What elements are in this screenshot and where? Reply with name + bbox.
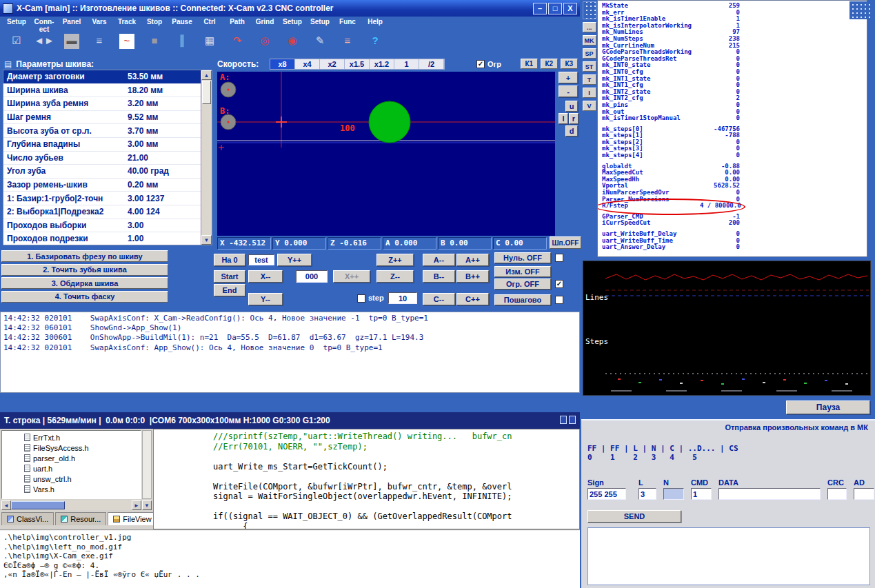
maximize-button[interactable]: □ bbox=[548, 3, 562, 14]
pan-right-button[interactable]: r bbox=[569, 113, 579, 124]
toolbar-button[interactable]: Func ≡ bbox=[334, 18, 361, 56]
start-button[interactable]: Start bbox=[214, 270, 245, 283]
pan-up-button[interactable]: u bbox=[565, 101, 578, 112]
toolbar-button[interactable]: Path ↷ bbox=[223, 18, 251, 56]
speed-limit-checkbox[interactable]: ✓ bbox=[476, 60, 485, 68]
operation-button[interactable]: 4. Точить фаску bbox=[1, 291, 168, 303]
debug-strip-button[interactable]: ... bbox=[583, 22, 596, 32]
end-button[interactable]: End bbox=[214, 284, 245, 296]
zoom-out-button[interactable]: - bbox=[559, 85, 578, 97]
pan-down-button[interactable]: d bbox=[565, 125, 578, 136]
file-tree-item[interactable]: unsw_ctrl.h bbox=[2, 474, 141, 484]
b-minus-button[interactable]: B-- bbox=[423, 270, 455, 283]
toolbar-button[interactable]: Setup ✎ bbox=[306, 18, 334, 56]
speed-option[interactable]: 1 bbox=[394, 59, 419, 69]
operation-button[interactable]: 3. Обдирка шкива bbox=[1, 277, 168, 289]
x-minus-button[interactable]: X-- bbox=[248, 270, 283, 283]
step-checkbox[interactable] bbox=[357, 294, 365, 303]
machining-canvas[interactable]: A: B: 100 bbox=[217, 72, 555, 236]
z-minus-button[interactable]: Z-- bbox=[376, 270, 414, 283]
field-input[interactable]: 3 bbox=[638, 488, 656, 500]
field-input[interactable]: 1 bbox=[691, 488, 712, 500]
param-row[interactable]: Проходов подрезки 1.00 bbox=[3, 232, 202, 245]
operation-button[interactable]: 2. Точить зубья шкива bbox=[1, 264, 168, 276]
param-row[interactable]: Шаг ремня 9.52 мм bbox=[3, 111, 202, 125]
ide-tab[interactable]: ClassVi... bbox=[1, 512, 54, 525]
field-input[interactable] bbox=[663, 488, 684, 500]
toolbar-button[interactable]: Stop ■ bbox=[141, 18, 168, 56]
toolbar-button[interactable]: Help ? bbox=[361, 18, 389, 56]
tree-vertical-scrollbar[interactable] bbox=[142, 430, 152, 499]
scroll-down-icon[interactable]: ▼ bbox=[201, 235, 212, 245]
field-input[interactable] bbox=[827, 488, 847, 500]
b-plus-button[interactable]: B++ bbox=[456, 270, 489, 283]
tree-scroll-down-icon[interactable]: ▼ bbox=[142, 500, 152, 510]
a-minus-button[interactable]: A-- bbox=[423, 254, 455, 266]
spindle-status-button[interactable]: Шп.OFF bbox=[550, 236, 581, 249]
toolbar-button[interactable]: Ctrl ▦ bbox=[196, 18, 223, 56]
file-tree-item[interactable]: uart.h bbox=[2, 463, 141, 474]
z-plus-button[interactable]: Z++ bbox=[376, 254, 414, 266]
zoom-in-button[interactable]: + bbox=[559, 72, 578, 83]
scroll-up-icon[interactable]: ▲ bbox=[201, 70, 212, 80]
file-tree-item[interactable]: Vars.h bbox=[2, 484, 141, 494]
send-button[interactable]: SEND bbox=[587, 510, 681, 523]
speed-option[interactable]: /2 bbox=[419, 59, 444, 69]
param-row[interactable]: Зазор ремень-шкив 0.20 мм bbox=[3, 179, 202, 192]
field-input[interactable] bbox=[854, 488, 874, 500]
null-checkbox[interactable] bbox=[555, 254, 563, 262]
param-row[interactable]: Ширина зуба ремня 3.20 мм bbox=[3, 97, 202, 111]
k-button[interactable]: К3 bbox=[561, 59, 578, 69]
c-minus-button[interactable]: C-- bbox=[423, 293, 455, 305]
toolbar-button[interactable]: Grind ◎ bbox=[251, 18, 279, 56]
pan-left-button[interactable]: l bbox=[559, 113, 568, 124]
izm-off-button[interactable]: Изм. OFF bbox=[494, 266, 551, 277]
scroll-right-icon[interactable]: ► bbox=[132, 500, 141, 510]
file-tree-item[interactable]: FileSysAccess.h bbox=[2, 443, 141, 453]
param-row[interactable]: Число зубьев 21.00 bbox=[3, 152, 202, 165]
go-zero-button[interactable]: На 0 bbox=[214, 254, 245, 266]
k-button[interactable]: К1 bbox=[521, 59, 538, 69]
toolbar-button[interactable]: Conn-ect ◄► bbox=[30, 18, 58, 56]
y-minus-button[interactable]: Y-- bbox=[248, 293, 283, 305]
toolbar-button[interactable]: Setup ◉ bbox=[279, 18, 306, 56]
param-row[interactable]: Ширина шкива 18.20 мм bbox=[3, 84, 202, 98]
param-row[interactable]: Глубина впадины 3.00 мм bbox=[3, 138, 202, 152]
param-row[interactable]: Высота зуба от ср.л. 3.70 мм bbox=[3, 124, 202, 138]
step-mode-button[interactable]: Пошагово bbox=[494, 294, 551, 305]
pause-button[interactable]: Пауза bbox=[786, 401, 870, 414]
toolbar-button[interactable]: Panel ▬ bbox=[58, 18, 86, 56]
scroll-thumb[interactable] bbox=[202, 81, 211, 104]
file-tree-item[interactable]: ErrTxt.h bbox=[2, 432, 141, 443]
y-plus-button[interactable]: Y++ bbox=[277, 254, 312, 266]
toolbar-button[interactable]: Vars ≡ bbox=[86, 18, 113, 56]
x-plus-button[interactable]: X++ bbox=[333, 270, 370, 283]
step-mode-checkbox[interactable] bbox=[555, 296, 563, 304]
debug-strip-button[interactable]: I bbox=[583, 88, 596, 98]
ide-tab[interactable]: FileView bbox=[108, 512, 157, 525]
field-input[interactable] bbox=[718, 488, 821, 500]
param-row[interactable]: Угол зуба 40.00 град bbox=[3, 165, 202, 179]
params-scrollbar[interactable]: ▲ ▼ bbox=[201, 70, 212, 245]
command-output-area[interactable] bbox=[587, 527, 870, 585]
tree-scroll-thumb[interactable] bbox=[11, 501, 65, 509]
speed-option[interactable]: x8 bbox=[270, 59, 295, 69]
a-plus-button[interactable]: A++ bbox=[456, 254, 489, 266]
speed-option[interactable]: x1.2 bbox=[370, 59, 394, 69]
zero-all-button[interactable]: 000 bbox=[296, 270, 328, 283]
toolbar-button[interactable]: Setup ☑ bbox=[3, 18, 30, 56]
k-button[interactable]: К2 bbox=[541, 59, 558, 69]
file-tree[interactable]: ErrTxt.h FileSysAccess.h parser_old.h ua… bbox=[1, 430, 141, 499]
file-tree-item[interactable]: parser_old.h bbox=[2, 453, 141, 463]
param-row[interactable]: 1: Базир:1-грубо|2-точн 3.00 1237 bbox=[3, 192, 202, 205]
code-editor[interactable]: ///sprintf(szTemp,"uart::WriteThread() w… bbox=[153, 429, 580, 529]
output-console[interactable]: .\help\img\controller_v1.jpg .\help\img\… bbox=[0, 529, 580, 588]
ide-tab[interactable]: Resour... bbox=[55, 512, 106, 525]
minimize-button[interactable]: – bbox=[533, 3, 547, 14]
param-row[interactable]: Проходов выборки 3.00 bbox=[3, 219, 202, 233]
debug-strip-button[interactable]: V bbox=[583, 101, 596, 111]
ogr-checkbox[interactable]: ✓ bbox=[555, 280, 563, 288]
operation-button[interactable]: 1. Базировать фрезу по шкиву bbox=[1, 250, 168, 262]
log-output[interactable]: 14:42:32 020101 SwapAxisConf: X_Cam->Rea… bbox=[0, 312, 580, 393]
c-plus-button[interactable]: C++ bbox=[456, 293, 489, 305]
